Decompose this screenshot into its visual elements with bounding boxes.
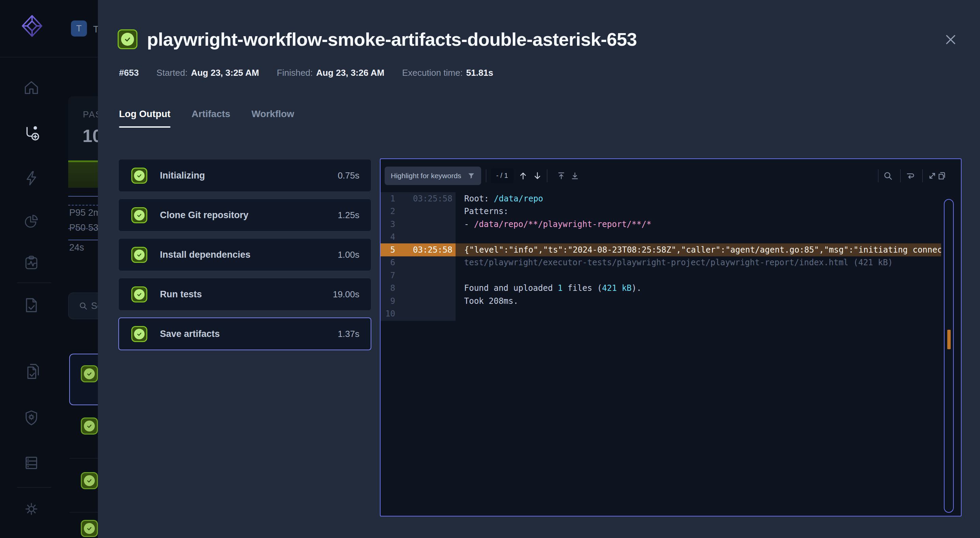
toolbar-divider [900,169,900,182]
step-list: Initializing 0.75s Clone Git repository … [118,159,371,357]
metric-value: 10 [83,126,98,146]
step-status-passed-icon [131,168,147,184]
step-status-passed-icon [131,247,147,263]
dimmed-dashboard: PAS 10 P95 2m P50 53s 24s Se [0,0,98,538]
search-log-button[interactable] [883,171,893,180]
search-icon [883,171,893,180]
p95-label: P95 2m [69,208,98,218]
word-wrap-icon [905,171,915,180]
step-duration: 0.75s [337,170,360,181]
jump-to-top-button[interactable] [557,171,566,180]
background-page: T Te [0,0,98,538]
jump-to-bottom-icon [571,171,579,180]
log-viewer: Highlight for keywords - / 1 [380,158,962,517]
pass-rate-chart [68,160,98,188]
tab-log-output[interactable]: Log Output [119,109,170,128]
toolbar-divider [878,169,878,182]
step-clone-git-repository[interactable]: Clone Git repository 1.25s [118,199,371,231]
tab-workflow[interactable]: Workflow [251,109,294,128]
drawer-tabs: Log Output Artifacts Workflow [119,109,294,128]
list-divider [70,512,98,512]
step-save-artifacts[interactable]: Save artifacts 1.37s [118,318,371,350]
log-scrollbar[interactable] [944,199,954,513]
expand-icon [928,171,937,180]
jump-to-bottom-button[interactable] [571,171,579,180]
log-line[interactable]: 4 [380,231,961,244]
highlight-keywords-dropdown[interactable]: Highlight for keywords [385,167,481,185]
chart-dashed-line [68,205,98,206]
run-status-passed-icon [81,472,98,489]
chart-line [68,239,98,240]
close-button[interactable] [942,31,959,48]
previous-match-button[interactable] [518,171,528,180]
copy-log-button[interactable] [937,171,947,180]
copy-icon [937,171,947,180]
match-counter: - / 1 [491,168,514,183]
close-icon [944,33,958,46]
log-toolbar: Highlight for keywords - / 1 [380,159,961,192]
step-initializing[interactable]: Initializing 0.75s [118,159,371,192]
log-line[interactable]: 10 [380,308,961,321]
execution-drawer: playwright-workflow-smoke-artifacts-doub… [98,0,980,538]
log-line[interactable]: 6test/playwright/executor-tests/playwrig… [380,256,961,269]
started-label: Started: [156,68,188,78]
execution-status-passed-icon [118,29,137,49]
run-status-passed-icon [81,418,98,434]
log-line[interactable]: 103:25:58Root: /data/repo [380,192,961,205]
execution-time-label: Execution time: [402,68,463,78]
log-line[interactable]: 3- /data/repo/**/playwright-report/**/* [380,218,961,231]
execution-title: playwright-workflow-smoke-artifacts-doub… [147,29,637,50]
duration-label: 24s [69,243,84,253]
tab-artifacts[interactable]: Artifacts [192,109,231,128]
filter-funnel-icon [468,172,475,180]
search-icon [79,302,88,310]
step-duration: 19.00s [333,289,360,300]
log-line-highlighted[interactable]: 503:25:58{"level":"info","ts":"2024-08-2… [380,243,941,256]
execution-meta: #653 Started: Aug 23, 3:25 AM Finished: … [119,68,493,78]
chart-line [68,196,98,196]
word-wrap-button[interactable] [905,171,915,180]
search-input[interactable]: Se [68,292,98,319]
step-status-passed-icon [131,286,147,302]
run-number: #653 [119,68,139,78]
metric-card: PAS 10 [68,96,98,160]
step-duration: 1.25s [337,210,360,220]
expand-fullscreen-button[interactable] [928,171,937,180]
toolbar-divider [486,169,486,182]
list-divider [70,458,98,458]
next-match-button[interactable] [533,171,542,180]
step-install-dependencies[interactable]: Install dependencies 1.00s [118,238,371,271]
step-run-tests[interactable]: Run tests 19.00s [118,278,371,311]
scrollbar-highlight-marker[interactable] [947,330,951,349]
metric-label: PAS [83,109,98,120]
step-duration: 1.00s [337,249,360,260]
log-line[interactable]: 9Took 208ms. [380,295,961,308]
run-status-passed-icon [81,365,98,382]
execution-time-value: 51.81s [466,68,493,78]
run-status-passed-icon [81,520,98,537]
p50-label: P50 53s [69,223,98,233]
log-line[interactable]: 2Patterns: [380,205,961,218]
step-status-passed-icon [131,207,147,223]
arrow-up-icon [518,171,528,180]
log-line[interactable]: 7 [380,269,961,282]
jump-to-top-icon [557,171,566,180]
step-status-passed-icon [131,326,147,342]
log-line[interactable]: 8Found and uploaded 1 files (421 kB). [380,282,961,295]
started-value: Aug 23, 3:25 AM [191,68,259,78]
finished-label: Finished: [277,68,313,78]
arrow-down-icon [533,171,542,180]
log-lines: 103:25:58Root: /data/repo 2Patterns: 3- … [380,192,961,320]
finished-value: Aug 23, 3:26 AM [316,68,384,78]
toolbar-divider [547,169,547,182]
drawer-header: playwright-workflow-smoke-artifacts-doub… [118,29,637,50]
step-duration: 1.37s [337,329,360,339]
